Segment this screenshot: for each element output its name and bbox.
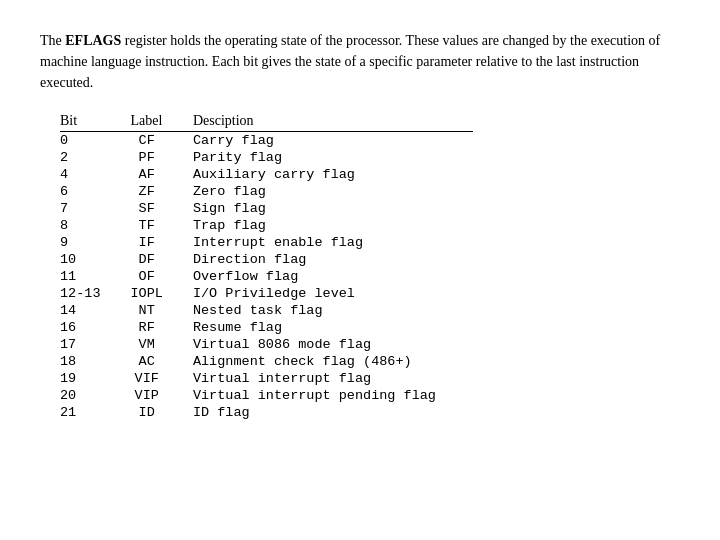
cell-desc: Overflow flag bbox=[193, 268, 473, 285]
cell-desc: Virtual interrupt flag bbox=[193, 370, 473, 387]
cell-bit: 20 bbox=[60, 387, 131, 404]
table-row: 11OFOverflow flag bbox=[60, 268, 473, 285]
table-row: 6ZFZero flag bbox=[60, 183, 473, 200]
cell-desc: Nested task flag bbox=[193, 302, 473, 319]
cell-bit: 17 bbox=[60, 336, 131, 353]
cell-bit: 0 bbox=[60, 132, 131, 150]
cell-desc: Parity flag bbox=[193, 149, 473, 166]
cell-desc: Sign flag bbox=[193, 200, 473, 217]
table-row: 2PFParity flag bbox=[60, 149, 473, 166]
cell-label: RF bbox=[131, 319, 193, 336]
cell-desc: Zero flag bbox=[193, 183, 473, 200]
cell-desc: Carry flag bbox=[193, 132, 473, 150]
cell-label: DF bbox=[131, 251, 193, 268]
intro-paragraph: The EFLAGS register holds the operating … bbox=[40, 30, 680, 93]
cell-desc: Trap flag bbox=[193, 217, 473, 234]
table-row: 10DFDirection flag bbox=[60, 251, 473, 268]
eflags-highlight: EFLAGS bbox=[65, 33, 121, 48]
table-row: 14NTNested task flag bbox=[60, 302, 473, 319]
cell-label: SF bbox=[131, 200, 193, 217]
cell-label: NT bbox=[131, 302, 193, 319]
cell-bit: 14 bbox=[60, 302, 131, 319]
col-header-label: Label bbox=[131, 113, 193, 132]
cell-bit: 10 bbox=[60, 251, 131, 268]
cell-bit: 16 bbox=[60, 319, 131, 336]
cell-desc: Direction flag bbox=[193, 251, 473, 268]
cell-desc: Virtual interrupt pending flag bbox=[193, 387, 473, 404]
cell-bit: 2 bbox=[60, 149, 131, 166]
cell-label: CF bbox=[131, 132, 193, 150]
cell-desc: Virtual 8086 mode flag bbox=[193, 336, 473, 353]
cell-label: IOPL bbox=[131, 285, 193, 302]
table-row: 12-13IOPLI/O Priviledge level bbox=[60, 285, 473, 302]
table-row: 7SFSign flag bbox=[60, 200, 473, 217]
cell-label: IF bbox=[131, 234, 193, 251]
cell-bit: 19 bbox=[60, 370, 131, 387]
flags-table: Bit Label Desciption 0CFCarry flag2PFPar… bbox=[60, 113, 473, 421]
table-row: 4AFAuxiliary carry flag bbox=[60, 166, 473, 183]
table-row: 17VMVirtual 8086 mode flag bbox=[60, 336, 473, 353]
table-row: 20VIPVirtual interrupt pending flag bbox=[60, 387, 473, 404]
cell-label: VIP bbox=[131, 387, 193, 404]
cell-bit: 8 bbox=[60, 217, 131, 234]
cell-desc: Resume flag bbox=[193, 319, 473, 336]
table-row: 16RFResume flag bbox=[60, 319, 473, 336]
cell-bit: 9 bbox=[60, 234, 131, 251]
intro-text-before: The bbox=[40, 33, 65, 48]
cell-bit: 6 bbox=[60, 183, 131, 200]
cell-label: VIF bbox=[131, 370, 193, 387]
cell-desc: Interrupt enable flag bbox=[193, 234, 473, 251]
cell-bit: 7 bbox=[60, 200, 131, 217]
flags-table-container: Bit Label Desciption 0CFCarry flag2PFPar… bbox=[60, 113, 680, 421]
cell-desc: I/O Priviledge level bbox=[193, 285, 473, 302]
intro-text-after: register holds the operating state of th… bbox=[40, 33, 660, 90]
col-header-bit: Bit bbox=[60, 113, 131, 132]
cell-label: OF bbox=[131, 268, 193, 285]
cell-label: VM bbox=[131, 336, 193, 353]
cell-label: PF bbox=[131, 149, 193, 166]
table-header-row: Bit Label Desciption bbox=[60, 113, 473, 132]
cell-bit: 11 bbox=[60, 268, 131, 285]
table-row: 9IFInterrupt enable flag bbox=[60, 234, 473, 251]
table-row: 18ACAlignment check flag (486+) bbox=[60, 353, 473, 370]
cell-bit: 21 bbox=[60, 404, 131, 421]
cell-label: AC bbox=[131, 353, 193, 370]
cell-bit: 18 bbox=[60, 353, 131, 370]
cell-bit: 4 bbox=[60, 166, 131, 183]
cell-desc: ID flag bbox=[193, 404, 473, 421]
cell-bit: 12-13 bbox=[60, 285, 131, 302]
cell-desc: Alignment check flag (486+) bbox=[193, 353, 473, 370]
col-header-desc: Desciption bbox=[193, 113, 473, 132]
cell-label: AF bbox=[131, 166, 193, 183]
cell-label: ZF bbox=[131, 183, 193, 200]
cell-desc: Auxiliary carry flag bbox=[193, 166, 473, 183]
table-row: 8TFTrap flag bbox=[60, 217, 473, 234]
cell-label: ID bbox=[131, 404, 193, 421]
table-row: 19VIFVirtual interrupt flag bbox=[60, 370, 473, 387]
table-row: 0CFCarry flag bbox=[60, 132, 473, 150]
cell-label: TF bbox=[131, 217, 193, 234]
table-row: 21IDID flag bbox=[60, 404, 473, 421]
